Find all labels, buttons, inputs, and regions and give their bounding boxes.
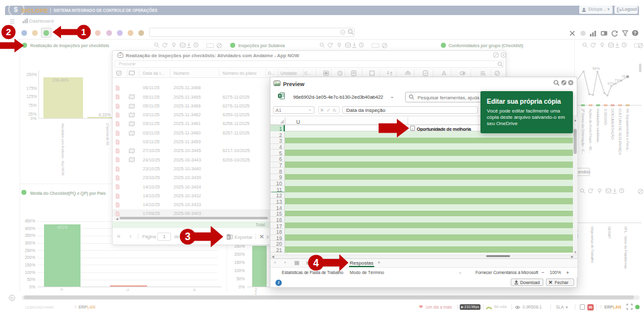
svg-text:3: 3 (185, 231, 191, 242)
svg-text:4: 4 (313, 258, 319, 268)
svg-text:2: 2 (6, 27, 11, 37)
svg-text:1: 1 (81, 27, 86, 37)
